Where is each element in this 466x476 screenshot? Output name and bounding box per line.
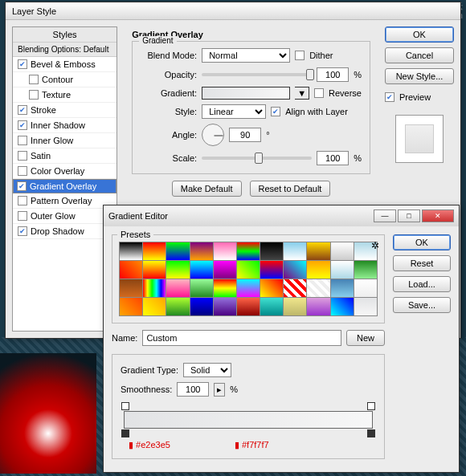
ge-ok-button[interactable]: OK bbox=[393, 234, 451, 250]
preset-swatch[interactable] bbox=[354, 298, 377, 315]
presets-grid[interactable] bbox=[119, 242, 378, 316]
style-checkbox[interactable] bbox=[18, 196, 27, 205]
opacity-stop-right[interactable] bbox=[367, 402, 375, 410]
preset-swatch[interactable] bbox=[190, 261, 213, 279]
preset-swatch[interactable] bbox=[120, 261, 142, 279]
style-item-outer-glow[interactable]: Outer Glow bbox=[13, 209, 117, 224]
preset-swatch[interactable] bbox=[331, 279, 354, 297]
preset-swatch[interactable] bbox=[143, 261, 166, 279]
style-checkbox[interactable] bbox=[18, 211, 27, 221]
preset-swatch[interactable] bbox=[260, 279, 283, 297]
preset-swatch[interactable] bbox=[307, 242, 329, 260]
gradient-editor-titlebar[interactable]: Gradient Editor — □ ✕ bbox=[104, 205, 459, 226]
smoothness-input[interactable] bbox=[177, 382, 209, 397]
preset-swatch[interactable] bbox=[190, 242, 213, 260]
smoothness-menu-icon[interactable]: ▸ bbox=[214, 383, 225, 397]
style-checkbox[interactable]: ✔ bbox=[18, 59, 27, 69]
name-input[interactable] bbox=[142, 330, 341, 346]
preset-swatch[interactable] bbox=[120, 242, 142, 260]
preset-swatch[interactable] bbox=[284, 242, 306, 260]
preset-swatch[interactable] bbox=[284, 261, 306, 279]
preset-swatch[interactable] bbox=[331, 261, 354, 279]
preset-swatch[interactable] bbox=[143, 298, 166, 315]
style-select[interactable]: Linear bbox=[202, 104, 266, 119]
style-checkbox[interactable] bbox=[18, 151, 27, 161]
preset-swatch[interactable] bbox=[214, 261, 236, 279]
preset-swatch[interactable] bbox=[143, 242, 166, 260]
align-checkbox[interactable]: ✔ bbox=[271, 107, 280, 116]
reverse-checkbox[interactable] bbox=[314, 88, 324, 98]
style-item-inner-glow[interactable]: Inner Glow bbox=[13, 133, 117, 148]
preset-swatch[interactable] bbox=[143, 279, 166, 297]
angle-dial[interactable] bbox=[202, 124, 224, 146]
style-item-gradient-overlay[interactable]: ✔Gradient Overlay bbox=[13, 179, 117, 193]
preset-swatch[interactable] bbox=[237, 242, 260, 260]
style-item-texture[interactable]: Texture bbox=[13, 87, 117, 103]
presets-menu-icon[interactable]: ✲ bbox=[371, 240, 379, 251]
gradient-preview[interactable] bbox=[202, 87, 290, 100]
preset-swatch[interactable] bbox=[354, 261, 377, 279]
preset-swatch[interactable] bbox=[307, 261, 329, 279]
preset-swatch[interactable] bbox=[120, 279, 142, 297]
preset-swatch[interactable] bbox=[331, 242, 354, 260]
preset-swatch[interactable] bbox=[260, 298, 283, 315]
style-item-satin[interactable]: Satin bbox=[13, 148, 117, 164]
new-style-button[interactable]: New Style... bbox=[385, 68, 454, 84]
styles-header[interactable]: Styles bbox=[13, 27, 117, 43]
scale-input[interactable] bbox=[317, 151, 349, 165]
preset-swatch[interactable] bbox=[214, 279, 236, 297]
preset-swatch[interactable] bbox=[307, 298, 329, 315]
gradient-bar[interactable] bbox=[124, 411, 373, 429]
angle-input[interactable] bbox=[229, 128, 261, 142]
preset-swatch[interactable] bbox=[166, 298, 189, 315]
minimize-button[interactable]: — bbox=[374, 210, 396, 222]
reset-default-button[interactable]: Reset to Default bbox=[250, 181, 331, 197]
preset-swatch[interactable] bbox=[190, 298, 213, 315]
opacity-slider[interactable] bbox=[202, 73, 312, 76]
ge-save-button[interactable]: Save... bbox=[393, 297, 451, 313]
ok-button[interactable]: OK bbox=[385, 26, 454, 43]
style-checkbox[interactable] bbox=[18, 166, 27, 176]
style-checkbox[interactable]: ✔ bbox=[18, 226, 27, 236]
opacity-stop-left[interactable] bbox=[121, 402, 129, 410]
style-checkbox[interactable]: ✔ bbox=[17, 181, 27, 191]
gradient-type-select[interactable]: Solid bbox=[183, 363, 231, 377]
preset-swatch[interactable] bbox=[214, 242, 236, 260]
style-checkbox[interactable] bbox=[29, 75, 39, 84]
style-item-bevel-emboss[interactable]: ✔Bevel & Emboss bbox=[13, 57, 117, 72]
maximize-button[interactable]: □ bbox=[398, 210, 420, 222]
color-stop-right[interactable] bbox=[367, 429, 375, 437]
color-stop-left[interactable] bbox=[121, 429, 129, 437]
make-default-button[interactable]: Make Default bbox=[172, 181, 242, 197]
style-checkbox[interactable] bbox=[29, 90, 39, 100]
style-checkbox[interactable]: ✔ bbox=[18, 120, 27, 130]
preset-swatch[interactable] bbox=[166, 242, 189, 260]
style-checkbox[interactable]: ✔ bbox=[18, 105, 27, 115]
preset-swatch[interactable] bbox=[190, 279, 213, 297]
style-item-inner-shadow[interactable]: ✔Inner Shadow bbox=[13, 118, 117, 133]
scale-slider[interactable] bbox=[202, 157, 312, 160]
blending-options[interactable]: Blending Options: Default bbox=[13, 43, 117, 57]
close-button[interactable]: ✕ bbox=[422, 210, 454, 222]
blend-mode-select[interactable]: Normal bbox=[202, 48, 290, 63]
preset-swatch[interactable] bbox=[214, 298, 236, 315]
new-button[interactable]: New bbox=[346, 330, 385, 346]
style-checkbox[interactable] bbox=[18, 136, 27, 145]
preset-swatch[interactable] bbox=[166, 261, 189, 279]
preset-swatch[interactable] bbox=[166, 279, 189, 297]
style-item-stroke[interactable]: ✔Stroke bbox=[13, 103, 117, 118]
layer-style-titlebar[interactable]: Layer Style bbox=[6, 2, 460, 20]
style-item-color-overlay[interactable]: Color Overlay bbox=[13, 164, 117, 179]
preset-swatch[interactable] bbox=[307, 279, 329, 297]
preset-swatch[interactable] bbox=[120, 298, 142, 315]
style-item-contour[interactable]: Contour bbox=[13, 72, 117, 87]
preset-swatch[interactable] bbox=[260, 242, 283, 260]
ge-reset-button[interactable]: Reset bbox=[393, 255, 451, 271]
preset-swatch[interactable] bbox=[284, 279, 306, 297]
preset-swatch[interactable] bbox=[237, 261, 260, 279]
preview-checkbox[interactable]: ✔ bbox=[385, 92, 394, 102]
gradient-dropdown-icon[interactable]: ▼ bbox=[295, 87, 309, 100]
style-item-drop-shadow[interactable]: ✔Drop Shadow bbox=[13, 224, 117, 239]
cancel-button[interactable]: Cancel bbox=[385, 47, 454, 63]
ge-load-button[interactable]: Load... bbox=[393, 276, 451, 292]
